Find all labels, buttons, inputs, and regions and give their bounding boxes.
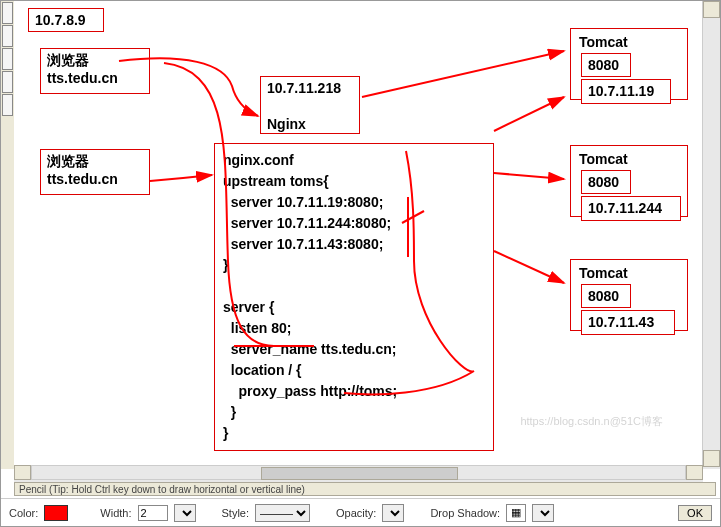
style-label: Style:: [222, 507, 250, 519]
style-select[interactable]: ———: [255, 504, 310, 522]
tomcat3-container: Tomcat 8080 10.7.11.43: [570, 259, 688, 331]
hscroll-track[interactable]: [31, 465, 686, 480]
tomcat3-ip: 10.7.11.43: [581, 310, 675, 334]
tomcat1-container: Tomcat 8080 10.7.11.19: [570, 28, 688, 100]
scroll-up-button[interactable]: [703, 1, 720, 18]
width-input[interactable]: [138, 505, 168, 521]
browser1-box: 浏览器 tts.tedu.cn: [40, 48, 150, 94]
tomcat2-ip: 10.7.11.244: [581, 196, 681, 220]
browser2-title: 浏览器: [47, 153, 89, 169]
scroll-right-button[interactable]: [686, 465, 703, 480]
tomcat2-label: Tomcat: [579, 151, 628, 167]
nginx-conf-box: nginx.conf upstream toms{ server 10.7.11…: [214, 143, 494, 451]
tomcat3-label: Tomcat: [579, 265, 628, 281]
browser2-box: 浏览器 tts.tedu.cn: [40, 149, 150, 195]
options-bar: Color: Width: Style: ——— Opacity: Drop S…: [1, 498, 720, 526]
tomcat2-container: Tomcat 8080 10.7.11.244: [570, 145, 688, 217]
vertical-scrollbar[interactable]: [702, 1, 720, 469]
nginx-label: Nginx: [267, 116, 306, 132]
horizontal-scrollbar[interactable]: [14, 465, 703, 482]
nginx-ip: 10.7.11.218: [267, 80, 341, 96]
nginx-box: 10.7.11.218 Nginx: [260, 76, 360, 134]
opacity-label: Opacity:: [336, 507, 376, 519]
browser1-title: 浏览器: [47, 52, 89, 68]
browser1-host: tts.tedu.cn: [47, 70, 118, 86]
tomcat1-port: 8080: [581, 53, 631, 77]
dropshadow-icon[interactable]: ▦: [506, 504, 526, 522]
tool-slot[interactable]: [2, 25, 13, 47]
client-ip-box: 10.7.8.9: [28, 8, 104, 32]
tool-slot[interactable]: [2, 2, 13, 24]
scroll-left-button[interactable]: [14, 465, 31, 480]
width-stepper[interactable]: [174, 504, 196, 522]
tomcat3-port: 8080: [581, 284, 631, 308]
tomcat1-label: Tomcat: [579, 34, 628, 50]
tool-slot[interactable]: [2, 48, 13, 70]
status-hint: Pencil (Tip: Hold Ctrl key down to draw …: [14, 482, 716, 496]
tool-slot[interactable]: [2, 94, 13, 116]
scroll-down-button[interactable]: [703, 450, 720, 467]
watermark-text: https://blog.csdn.n@51C博客: [520, 414, 663, 429]
drawing-canvas[interactable]: 10.7.8.9 浏览器 tts.tedu.cn 浏览器 tts.tedu.cn…: [14, 1, 703, 469]
color-label: Color:: [9, 507, 38, 519]
vertical-toolbar: [1, 1, 15, 469]
color-swatch[interactable]: [44, 505, 68, 521]
browser2-host: tts.tedu.cn: [47, 171, 118, 187]
tomcat1-ip: 10.7.11.19: [581, 79, 671, 103]
tomcat2-port: 8080: [581, 170, 631, 194]
hscroll-thumb[interactable]: [261, 467, 459, 480]
app-window: 10.7.8.9 浏览器 tts.tedu.cn 浏览器 tts.tedu.cn…: [0, 0, 721, 527]
width-label: Width:: [100, 507, 131, 519]
tool-slot[interactable]: [2, 71, 13, 93]
ok-button[interactable]: OK: [678, 505, 712, 521]
dropshadow-select[interactable]: [532, 504, 554, 522]
dropshadow-label: Drop Shadow:: [430, 507, 500, 519]
opacity-select[interactable]: [382, 504, 404, 522]
